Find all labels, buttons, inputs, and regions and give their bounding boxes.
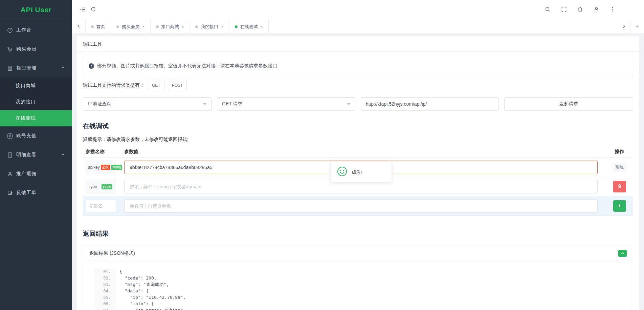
col-param-name: 参数名称 bbox=[86, 149, 116, 155]
sidebar-item-promotion-rebate[interactable]: 推广返佣 bbox=[0, 164, 72, 183]
required-badge: 必填 bbox=[101, 165, 110, 170]
tab-label: 在线测试 bbox=[240, 24, 258, 30]
type-badge: string bbox=[102, 184, 112, 189]
search-button[interactable] bbox=[542, 5, 553, 15]
main-area: 首页 购买会员 × 接口商城 × 我的接口 × 在线测试 × bbox=[72, 0, 644, 310]
sidebar-submenu-api: 接口商城 我的接口 在线测试 bbox=[0, 78, 72, 126]
tabs-scroll-left-button[interactable] bbox=[72, 20, 86, 33]
method-select[interactable]: GET 请求 bbox=[217, 97, 355, 111]
code-line: 05. "ip": "110.42.70.89", bbox=[94, 294, 633, 301]
send-request-button[interactable]: 发起请求 bbox=[504, 97, 633, 111]
sidebar: API User 工作台 购买会员 接口管理 接口商城 我的接口 在线测试 bbox=[0, 0, 72, 310]
yen-icon: ¥ bbox=[7, 133, 13, 139]
tabs-dropdown-button[interactable] bbox=[630, 20, 644, 33]
line-number: 03. bbox=[94, 281, 115, 288]
result-card-header: 返回结果 (JSON格式) bbox=[83, 246, 633, 261]
more-menu-button[interactable] bbox=[607, 5, 618, 15]
tab-label: 接口商城 bbox=[161, 24, 179, 30]
sidebar-item-label: 反馈工单 bbox=[16, 190, 37, 196]
document-icon bbox=[7, 65, 13, 71]
sidebar-item-feedback-ticket[interactable]: 反馈工单 bbox=[0, 183, 72, 202]
code-line: 07. "en_name": "China" bbox=[94, 307, 633, 310]
fullscreen-button[interactable] bbox=[559, 5, 569, 15]
close-icon[interactable]: × bbox=[261, 24, 263, 29]
tab-label: 购买会员 bbox=[122, 24, 139, 30]
tab-api-market[interactable]: 接口商城 × bbox=[151, 20, 190, 33]
app-logo: API User bbox=[0, 0, 72, 19]
home-button[interactable] bbox=[575, 5, 585, 15]
tab-online-test[interactable]: 在线测试 × bbox=[229, 20, 269, 33]
api-select[interactable]: IP地址查询 bbox=[83, 97, 212, 111]
api-select-value: IP地址查询 bbox=[88, 101, 111, 107]
sidebar-item-api-management[interactable]: 接口管理 bbox=[0, 59, 72, 78]
trash-icon bbox=[617, 184, 622, 189]
user-icon bbox=[7, 171, 13, 177]
add-param-button[interactable]: + bbox=[613, 200, 626, 212]
line-number: 01. bbox=[94, 268, 115, 275]
success-toast: 成功 bbox=[330, 162, 392, 182]
menu-fold-icon bbox=[80, 6, 86, 14]
sidebar-item-workbench[interactable]: 工作台 bbox=[0, 21, 72, 40]
chevron-up-icon bbox=[621, 251, 625, 256]
tab-my-apis[interactable]: 我的接口 × bbox=[190, 20, 229, 33]
code-line: 06. "info": { bbox=[94, 301, 633, 307]
chevron-left-icon bbox=[76, 24, 81, 30]
alert-text: 部分视频、图片或其他接口报错、空值并不代表无法对接，请在本地尝试请求参数接口 bbox=[97, 63, 277, 69]
sidebar-item-account-recharge[interactable]: ¥ 账号充值 bbox=[0, 126, 72, 145]
more-vertical-icon bbox=[610, 6, 616, 14]
refresh-icon bbox=[90, 6, 96, 14]
tab-dot bbox=[195, 25, 198, 28]
refresh-button[interactable] bbox=[88, 5, 98, 15]
method-get-box[interactable]: GET bbox=[148, 81, 164, 90]
line-number: 06. bbox=[94, 301, 115, 307]
tab-buy-membership[interactable]: 购买会员 × bbox=[111, 20, 151, 33]
custom-param-value-input[interactable] bbox=[124, 199, 598, 213]
param-name-box: type string bbox=[86, 180, 116, 193]
tab-dot bbox=[116, 25, 119, 28]
param-name: type bbox=[89, 184, 97, 189]
sidebar-item-label: 接口管理 bbox=[16, 65, 37, 71]
app-root: API User 工作台 购买会员 接口管理 接口商城 我的接口 在线测试 bbox=[0, 0, 644, 310]
delete-param-button[interactable] bbox=[613, 181, 626, 192]
chevron-up-icon bbox=[61, 65, 67, 71]
tab-home[interactable]: 首页 bbox=[86, 20, 111, 33]
tabs-scroll-right-button[interactable] bbox=[617, 20, 630, 33]
chevron-down-icon bbox=[635, 24, 640, 30]
method-select-value: GET 请求 bbox=[222, 101, 242, 107]
sidebar-item-label: 购买会员 bbox=[16, 46, 37, 52]
line-number: 02. bbox=[94, 275, 115, 281]
request-url-input[interactable] bbox=[361, 97, 499, 111]
collapse-result-button[interactable] bbox=[618, 250, 627, 257]
custom-param-name-input[interactable] bbox=[86, 200, 116, 212]
close-icon[interactable]: × bbox=[221, 24, 224, 29]
menu-fold-button[interactable] bbox=[78, 5, 88, 15]
sidebar-item-my-apis[interactable]: 我的接口 bbox=[0, 94, 72, 110]
document-icon bbox=[7, 152, 13, 158]
feedback-icon bbox=[7, 190, 13, 196]
param-row-custom: + bbox=[83, 196, 633, 215]
close-icon[interactable]: × bbox=[182, 24, 184, 29]
user-button[interactable] bbox=[591, 5, 601, 15]
code-line: 01.{ bbox=[94, 268, 633, 275]
json-result-viewer: 01.{ 02. "code": 200, 03. "msg": "查询成功",… bbox=[83, 261, 633, 310]
home-icon bbox=[577, 6, 583, 14]
sidebar-item-buy-membership[interactable]: 购买会员 bbox=[0, 40, 72, 59]
sidebar-item-detail-view[interactable]: 明细查看 bbox=[0, 145, 72, 164]
line-number: 04. bbox=[94, 288, 115, 294]
col-param-value: 参数值 bbox=[124, 149, 598, 155]
tab-dot bbox=[91, 25, 94, 28]
request-type-row: 调试工具支持的请求类型有： GET POST bbox=[83, 80, 633, 90]
smiley-success-icon bbox=[337, 166, 347, 178]
request-type-label: 调试工具支持的请求类型有： bbox=[83, 82, 145, 88]
param-name-box: apikey 必填 string bbox=[86, 161, 116, 174]
sidebar-item-online-test[interactable]: 在线测试 bbox=[0, 110, 72, 126]
tab-dot bbox=[235, 25, 238, 28]
topbar bbox=[72, 0, 644, 20]
col-operation: 操作 bbox=[606, 149, 633, 155]
close-icon[interactable]: × bbox=[142, 24, 145, 29]
sidebar-item-api-market[interactable]: 接口商城 bbox=[0, 78, 72, 94]
method-post-box[interactable]: POST bbox=[168, 81, 187, 90]
user-icon bbox=[594, 6, 599, 14]
card-title: 调试工具 bbox=[77, 36, 639, 52]
online-debug-title: 在线调试 bbox=[83, 122, 633, 130]
